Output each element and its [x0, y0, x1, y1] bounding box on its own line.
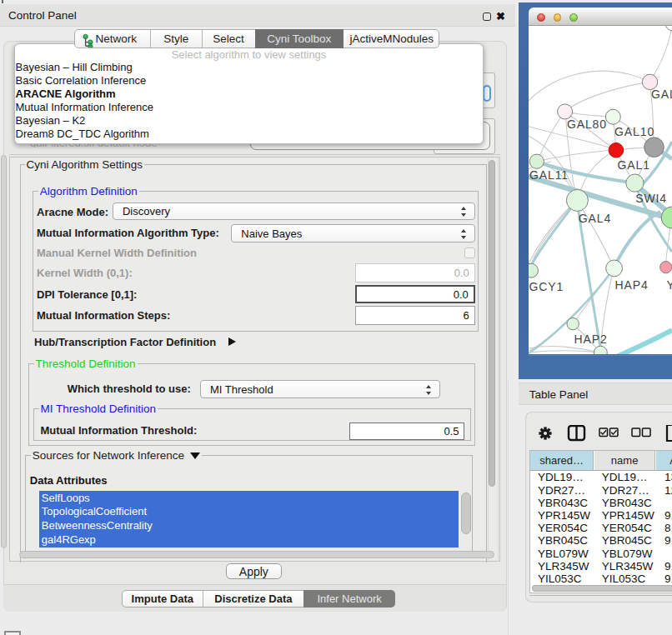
svg-text:GAL4: GAL4	[579, 212, 611, 225]
svg-text:GAL11: GAL11	[529, 168, 569, 182]
svg-text:GAL10: GAL10	[614, 125, 654, 138]
svg-text:Y: Y	[667, 278, 672, 292]
svg-text:HAP4: HAP4	[615, 278, 649, 292]
svg-text:GAL: GAL	[651, 88, 672, 101]
svg-text:GAL80: GAL80	[567, 118, 607, 131]
svg-text:SWI4: SWI4	[635, 192, 667, 205]
svg-text:HAP2: HAP2	[574, 332, 608, 346]
svg-text:GAL1: GAL1	[618, 158, 650, 172]
svg-text:GCY1: GCY1	[529, 280, 564, 293]
